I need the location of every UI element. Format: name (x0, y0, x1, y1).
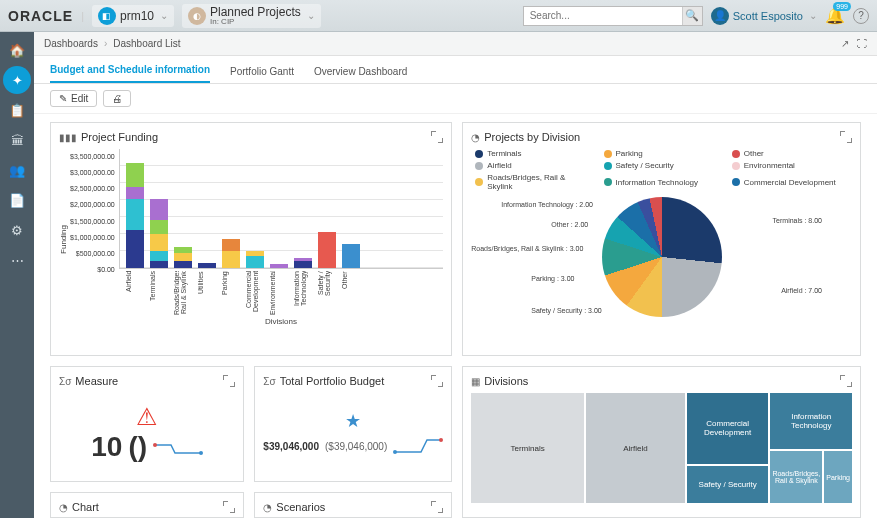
x-tick-label: Information Technology (293, 271, 311, 315)
measure-value: 10 (91, 431, 122, 463)
rail-people-icon[interactable]: 👥 (3, 156, 31, 184)
search-icon[interactable]: 🔍 (682, 7, 702, 25)
rail-home-icon[interactable]: 🏠 (3, 36, 31, 64)
fullscreen-icon[interactable]: ⛶ (857, 38, 867, 49)
share-icon[interactable]: ↗ (841, 38, 849, 49)
edit-button[interactable]: ✎Edit (50, 90, 97, 107)
y-axis-label: Funding (59, 225, 68, 254)
pie-chart-icon: ◔ (59, 502, 68, 513)
budget-alt: ($39,046,000) (325, 441, 387, 452)
legend-item[interactable]: Roads/Bridges, Rail & Skylink (475, 173, 591, 191)
y-axis: $3,500,000.00$3,000,000.00$2,500,000.00$… (70, 153, 119, 273)
card-project-funding: ▮▮▮ Project Funding Funding $3,500,000.0… (50, 122, 452, 356)
legend-swatch (732, 150, 740, 158)
tab-gantt[interactable]: Portfolio Gantt (230, 66, 294, 83)
card-title: Project Funding (81, 131, 427, 143)
bar-stack[interactable] (246, 251, 264, 268)
svg-point-1 (199, 451, 203, 455)
rail-document-icon[interactable]: 📄 (3, 186, 31, 214)
bar-stack[interactable] (126, 163, 144, 268)
notifications-button[interactable]: 🔔999 (825, 6, 845, 25)
chevron-down-icon: ⌄ (307, 10, 315, 21)
expand-icon[interactable] (840, 375, 852, 387)
rail-more-icon[interactable]: ⋯ (3, 246, 31, 274)
treemap-cell[interactable]: Terminals (471, 393, 584, 503)
pie-callout: Other : 2.00 (551, 221, 588, 228)
sparkline (153, 437, 203, 457)
legend-item[interactable]: Environmental (732, 161, 848, 170)
rail-dashboard-icon[interactable]: ✦ (3, 66, 31, 94)
pie-callout: Parking : 3.00 (531, 275, 574, 282)
legend-label: Terminals (487, 149, 521, 158)
legend-item[interactable]: Commercial Development (732, 173, 848, 191)
user-menu[interactable]: 👤 Scott Esposito ⌄ (711, 7, 817, 25)
x-tick-label: Other (341, 271, 359, 315)
tab-overview[interactable]: Overview Dashboard (314, 66, 407, 83)
treemap: Terminals Airfield Commercial Developmen… (471, 393, 852, 503)
expand-icon[interactable] (840, 131, 852, 143)
print-button[interactable]: 🖨 (103, 90, 131, 107)
svg-point-0 (153, 443, 157, 447)
legend-item[interactable]: Terminals (475, 149, 591, 158)
search-box[interactable]: 🔍 (523, 6, 703, 26)
treemap-cell[interactable]: Parking (824, 451, 852, 503)
x-tick-label: Parking (221, 271, 239, 315)
expand-icon[interactable] (431, 375, 443, 387)
context2-sub: In: CIP (210, 18, 301, 26)
rail-bank-icon[interactable]: 🏛 (3, 126, 31, 154)
sigma-icon: Σσ (263, 376, 275, 387)
legend-swatch (475, 162, 483, 170)
legend-swatch (604, 162, 612, 170)
x-tick-label: Safety / Security (317, 271, 335, 315)
rail-settings-icon[interactable]: ⚙ (3, 216, 31, 244)
expand-icon[interactable] (431, 501, 443, 513)
pie-chart-icon: ◔ (471, 132, 480, 143)
context-switch-1[interactable]: ◧ prm10 ⌄ (92, 5, 174, 27)
tab-bar: Budget and Schedule information Portfoli… (34, 56, 877, 84)
card-scenarios: ◔ Scenarios (254, 492, 452, 518)
card-projects-by-division: ◔ Projects by Division TerminalsParkingO… (462, 122, 861, 356)
treemap-cell[interactable]: Roads/Bridges, Rail & Skylink (770, 451, 822, 503)
legend-item[interactable]: Parking (604, 149, 720, 158)
bar-stack[interactable] (150, 199, 168, 268)
legend-label: Other (744, 149, 764, 158)
sparkline (393, 436, 443, 456)
pie-callout: Roads/Bridges, Rail & Skylink : 3.00 (471, 245, 583, 252)
pencil-icon: ✎ (59, 93, 67, 104)
bar-stack[interactable] (318, 232, 336, 268)
legend-item[interactable]: Airfield (475, 161, 591, 170)
tab-budget[interactable]: Budget and Schedule information (50, 64, 210, 83)
expand-icon[interactable] (223, 501, 235, 513)
x-axis-label: Divisions (119, 317, 444, 326)
treemap-cell[interactable]: Airfield (586, 393, 685, 503)
notif-badge: 999 (833, 2, 851, 11)
legend-swatch (475, 150, 483, 158)
search-input[interactable] (524, 10, 682, 21)
chevron-down-icon: ⌄ (809, 10, 817, 21)
bar-stack[interactable] (342, 244, 360, 268)
treemap-cell[interactable]: Commercial Development (687, 393, 768, 464)
legend-label: Safety / Security (616, 161, 674, 170)
bar-stack[interactable] (222, 239, 240, 268)
x-tick-label: Roads/Bridges, Rail & Skylink (173, 271, 191, 315)
expand-icon[interactable] (431, 131, 443, 143)
rail-clipboard-icon[interactable]: 📋 (3, 96, 31, 124)
legend-item[interactable]: Safety / Security (604, 161, 720, 170)
breadcrumb-root[interactable]: Dashboards (44, 38, 98, 49)
help-icon[interactable]: ? (853, 8, 869, 24)
bar-stack[interactable] (294, 258, 312, 268)
bar-stack[interactable] (174, 247, 192, 268)
treemap-cell[interactable]: Safety / Security (687, 466, 768, 503)
x-labels: AirfieldTerminalsRoads/Bridges, Rail & S… (119, 271, 444, 315)
legend-item[interactable]: Other (732, 149, 848, 158)
expand-icon[interactable] (223, 375, 235, 387)
legend-label: Roads/Bridges, Rail & Skylink (487, 173, 591, 191)
legend-label: Parking (616, 149, 643, 158)
legend-item[interactable]: Information Technology (604, 173, 720, 191)
bar-stack[interactable] (198, 263, 216, 268)
pie-callout: Information Technology : 2.00 (501, 201, 593, 208)
pie-callout: Safety / Security : 3.00 (531, 307, 601, 314)
context-switch-2[interactable]: ◐ Planned Projects In: CIP ⌄ (182, 4, 321, 28)
treemap-cell[interactable]: Information Technology (770, 393, 852, 449)
bar-stack[interactable] (270, 264, 288, 268)
